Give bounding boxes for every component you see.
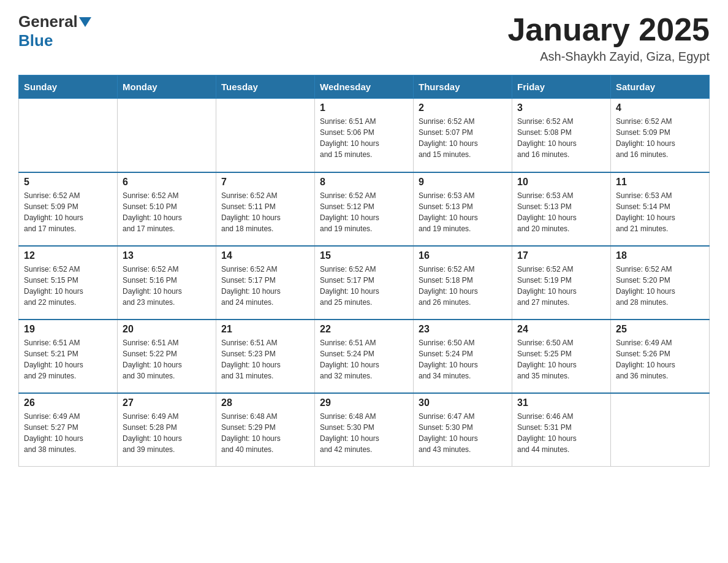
day-info: Sunrise: 6:52 AM Sunset: 5:16 PM Dayligh… <box>123 264 211 308</box>
calendar-cell-18: 18Sunrise: 6:52 AM Sunset: 5:20 PM Dayli… <box>611 246 710 320</box>
calendar-cell-22: 22Sunrise: 6:51 AM Sunset: 5:24 PM Dayli… <box>315 320 414 393</box>
day-number: 4 <box>616 102 704 113</box>
day-info: Sunrise: 6:51 AM Sunset: 5:21 PM Dayligh… <box>24 337 112 381</box>
calendar-cell-4: 4Sunrise: 6:52 AM Sunset: 5:09 PM Daylig… <box>611 99 710 172</box>
calendar-cell-30: 30Sunrise: 6:47 AM Sunset: 5:30 PM Dayli… <box>414 393 512 467</box>
day-info: Sunrise: 6:47 AM Sunset: 5:30 PM Dayligh… <box>419 411 507 455</box>
calendar-week-row-5: 26Sunrise: 6:49 AM Sunset: 5:27 PM Dayli… <box>19 393 710 467</box>
day-info: Sunrise: 6:53 AM Sunset: 5:13 PM Dayligh… <box>419 190 507 234</box>
calendar-cell-23: 23Sunrise: 6:50 AM Sunset: 5:24 PM Dayli… <box>414 320 512 393</box>
day-info: Sunrise: 6:53 AM Sunset: 5:14 PM Dayligh… <box>616 190 704 234</box>
day-number: 16 <box>419 250 507 261</box>
calendar-header-sunday: Sunday <box>19 75 118 99</box>
calendar-cell-empty <box>216 99 315 172</box>
calendar-header-saturday: Saturday <box>611 75 710 99</box>
day-number: 15 <box>320 250 408 261</box>
calendar-cell-15: 15Sunrise: 6:52 AM Sunset: 5:17 PM Dayli… <box>315 246 414 320</box>
day-info: Sunrise: 6:51 AM Sunset: 5:06 PM Dayligh… <box>320 116 408 160</box>
calendar-week-row-3: 12Sunrise: 6:52 AM Sunset: 5:15 PM Dayli… <box>19 246 710 320</box>
day-number: 13 <box>123 250 211 261</box>
day-info: Sunrise: 6:48 AM Sunset: 5:29 PM Dayligh… <box>221 411 309 455</box>
day-info: Sunrise: 6:49 AM Sunset: 5:28 PM Dayligh… <box>123 411 211 455</box>
calendar-cell-empty <box>19 99 118 172</box>
calendar-cell-29: 29Sunrise: 6:48 AM Sunset: 5:30 PM Dayli… <box>315 393 414 467</box>
day-number: 2 <box>419 102 507 113</box>
day-number: 28 <box>221 397 309 408</box>
day-info: Sunrise: 6:52 AM Sunset: 5:19 PM Dayligh… <box>517 264 605 308</box>
day-number: 7 <box>221 177 309 188</box>
logo-general-text: General <box>18 12 78 31</box>
calendar-cell-27: 27Sunrise: 6:49 AM Sunset: 5:28 PM Dayli… <box>118 393 216 467</box>
day-info: Sunrise: 6:46 AM Sunset: 5:31 PM Dayligh… <box>517 411 605 455</box>
calendar-cell-7: 7Sunrise: 6:52 AM Sunset: 5:11 PM Daylig… <box>216 172 315 246</box>
day-number: 17 <box>517 250 605 261</box>
calendar-cell-25: 25Sunrise: 6:49 AM Sunset: 5:26 PM Dayli… <box>611 320 710 393</box>
calendar-cell-19: 19Sunrise: 6:51 AM Sunset: 5:21 PM Dayli… <box>19 320 118 393</box>
calendar-table: SundayMondayTuesdayWednesdayThursdayFrid… <box>18 75 710 467</box>
page-header: General Blue January 2025 Ash-Shaykh Zay… <box>18 12 710 64</box>
day-info: Sunrise: 6:52 AM Sunset: 5:09 PM Dayligh… <box>24 190 112 234</box>
calendar-cell-6: 6Sunrise: 6:52 AM Sunset: 5:10 PM Daylig… <box>118 172 216 246</box>
day-info: Sunrise: 6:52 AM Sunset: 5:10 PM Dayligh… <box>123 190 211 234</box>
day-number: 11 <box>616 177 704 188</box>
calendar-cell-8: 8Sunrise: 6:52 AM Sunset: 5:12 PM Daylig… <box>315 172 414 246</box>
calendar-cell-28: 28Sunrise: 6:48 AM Sunset: 5:29 PM Dayli… <box>216 393 315 467</box>
calendar-cell-9: 9Sunrise: 6:53 AM Sunset: 5:13 PM Daylig… <box>414 172 512 246</box>
day-number: 24 <box>517 324 605 335</box>
calendar-header-wednesday: Wednesday <box>315 75 414 99</box>
calendar-cell-21: 21Sunrise: 6:51 AM Sunset: 5:23 PM Dayli… <box>216 320 315 393</box>
day-info: Sunrise: 6:48 AM Sunset: 5:30 PM Dayligh… <box>320 411 408 455</box>
day-number: 23 <box>419 324 507 335</box>
day-number: 27 <box>123 397 211 408</box>
calendar-cell-1: 1Sunrise: 6:51 AM Sunset: 5:06 PM Daylig… <box>315 99 414 172</box>
day-number: 5 <box>24 177 112 188</box>
day-number: 29 <box>320 397 408 408</box>
calendar-cell-24: 24Sunrise: 6:50 AM Sunset: 5:25 PM Dayli… <box>512 320 611 393</box>
day-info: Sunrise: 6:52 AM Sunset: 5:12 PM Dayligh… <box>320 190 408 234</box>
day-info: Sunrise: 6:52 AM Sunset: 5:15 PM Dayligh… <box>24 264 112 308</box>
month-title: January 2025 <box>507 12 710 47</box>
day-number: 19 <box>24 324 112 335</box>
day-info: Sunrise: 6:52 AM Sunset: 5:18 PM Dayligh… <box>419 264 507 308</box>
title-block: January 2025 Ash-Shaykh Zayid, Giza, Egy… <box>507 12 710 64</box>
day-info: Sunrise: 6:50 AM Sunset: 5:24 PM Dayligh… <box>419 337 507 381</box>
calendar-header-friday: Friday <box>512 75 611 99</box>
day-number: 3 <box>517 102 605 113</box>
calendar-header-monday: Monday <box>118 75 216 99</box>
calendar-cell-empty <box>118 99 216 172</box>
day-number: 20 <box>123 324 211 335</box>
day-info: Sunrise: 6:52 AM Sunset: 5:09 PM Dayligh… <box>616 116 704 160</box>
day-info: Sunrise: 6:51 AM Sunset: 5:22 PM Dayligh… <box>123 337 211 381</box>
day-info: Sunrise: 6:52 AM Sunset: 5:20 PM Dayligh… <box>616 264 704 308</box>
calendar-cell-26: 26Sunrise: 6:49 AM Sunset: 5:27 PM Dayli… <box>19 393 118 467</box>
location-text: Ash-Shaykh Zayid, Giza, Egypt <box>507 50 710 64</box>
logo-blue-text: Blue <box>18 31 53 50</box>
day-info: Sunrise: 6:49 AM Sunset: 5:26 PM Dayligh… <box>616 337 704 381</box>
day-number: 22 <box>320 324 408 335</box>
day-number: 12 <box>24 250 112 261</box>
calendar-week-row-4: 19Sunrise: 6:51 AM Sunset: 5:21 PM Dayli… <box>19 320 710 393</box>
calendar-cell-5: 5Sunrise: 6:52 AM Sunset: 5:09 PM Daylig… <box>19 172 118 246</box>
calendar-cell-20: 20Sunrise: 6:51 AM Sunset: 5:22 PM Dayli… <box>118 320 216 393</box>
day-number: 18 <box>616 250 704 261</box>
day-info: Sunrise: 6:49 AM Sunset: 5:27 PM Dayligh… <box>24 411 112 455</box>
day-info: Sunrise: 6:52 AM Sunset: 5:07 PM Dayligh… <box>419 116 507 160</box>
calendar-cell-31: 31Sunrise: 6:46 AM Sunset: 5:31 PM Dayli… <box>512 393 611 467</box>
calendar-header-tuesday: Tuesday <box>216 75 315 99</box>
calendar-cell-13: 13Sunrise: 6:52 AM Sunset: 5:16 PM Dayli… <box>118 246 216 320</box>
day-info: Sunrise: 6:51 AM Sunset: 5:24 PM Dayligh… <box>320 337 408 381</box>
day-info: Sunrise: 6:53 AM Sunset: 5:13 PM Dayligh… <box>517 190 605 234</box>
calendar-header-thursday: Thursday <box>414 75 512 99</box>
calendar-cell-16: 16Sunrise: 6:52 AM Sunset: 5:18 PM Dayli… <box>414 246 512 320</box>
calendar-header-row: SundayMondayTuesdayWednesdayThursdayFrid… <box>19 75 710 99</box>
day-number: 1 <box>320 102 408 113</box>
calendar-cell-empty <box>611 393 710 467</box>
calendar-cell-11: 11Sunrise: 6:53 AM Sunset: 5:14 PM Dayli… <box>611 172 710 246</box>
day-info: Sunrise: 6:51 AM Sunset: 5:23 PM Dayligh… <box>221 337 309 381</box>
day-info: Sunrise: 6:50 AM Sunset: 5:25 PM Dayligh… <box>517 337 605 381</box>
calendar-cell-3: 3Sunrise: 6:52 AM Sunset: 5:08 PM Daylig… <box>512 99 611 172</box>
calendar-week-row-2: 5Sunrise: 6:52 AM Sunset: 5:09 PM Daylig… <box>19 172 710 246</box>
day-number: 26 <box>24 397 112 408</box>
day-info: Sunrise: 6:52 AM Sunset: 5:11 PM Dayligh… <box>221 190 309 234</box>
day-info: Sunrise: 6:52 AM Sunset: 5:17 PM Dayligh… <box>320 264 408 308</box>
